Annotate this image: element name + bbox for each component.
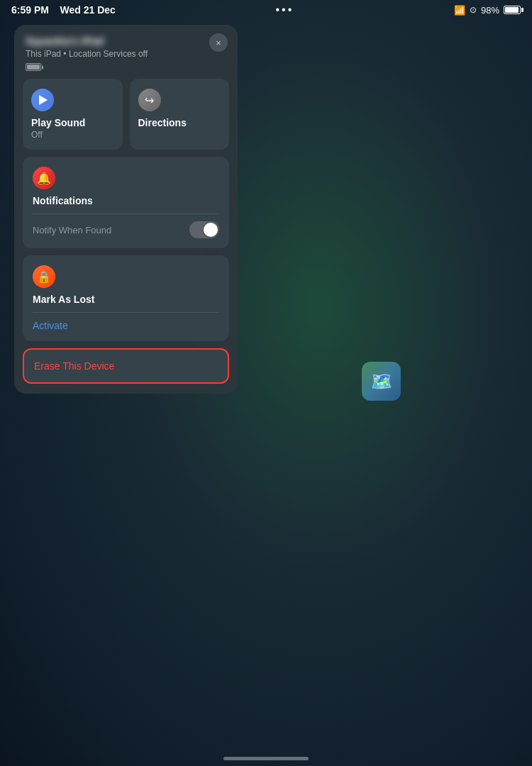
activate-button[interactable]: Activate [33, 320, 219, 331]
notifications-label: Notifications [33, 195, 219, 206]
play-sound-button[interactable]: Play Sound Off [23, 79, 123, 150]
play-triangle-icon [39, 95, 48, 105]
notify-when-found-label: Notify When Found [33, 225, 111, 235]
close-button[interactable]: × [209, 33, 228, 52]
floating-app-icon: 🗺️ [362, 362, 401, 401]
device-panel: Squasha's iPad This iPad • Location Serv… [14, 25, 238, 394]
floating-icon-inner: 🗺️ [362, 362, 401, 401]
status-bar: 6:59 PM Wed 21 Dec ••• 📶 ⊙ 98% [0, 0, 532, 20]
battery-small-icon [26, 63, 41, 71]
panel-header: Squasha's iPad This iPad • Location Serv… [14, 25, 238, 79]
lock-icon: 🔒 [33, 265, 55, 288]
action-row: Play Sound Off ↪ Directions [14, 79, 238, 157]
play-sound-icon [31, 89, 54, 111]
notify-when-found-row: Notify When Found [33, 221, 219, 238]
mark-as-lost-card: 🔒 Mark As Lost Activate [23, 255, 229, 341]
battery-icon [504, 6, 521, 14]
directions-label: Directions [138, 117, 221, 128]
wifi-icon: 📶 [454, 5, 465, 16]
erase-device-label: Erase This Device [34, 360, 114, 372]
status-right: 📶 ⊙ 98% [454, 5, 521, 16]
status-dots: ••• [275, 4, 294, 16]
battery-percent: 98% [481, 5, 499, 16]
home-indicator [223, 757, 309, 760]
toggle-knob [204, 223, 218, 237]
location-icon: ⊙ [470, 5, 477, 15]
device-subtitle: This iPad • Location Services off [26, 49, 226, 59]
section-divider-2 [33, 312, 219, 313]
floating-app-emoji: 🗺️ [371, 372, 392, 392]
directions-button[interactable]: ↪ Directions [130, 79, 230, 150]
notifications-card: 🔔 Notifications Notify When Found [23, 157, 229, 248]
notify-toggle[interactable] [189, 221, 219, 238]
play-sound-sublabel: Off [31, 130, 114, 140]
erase-device-card[interactable]: Erase This Device [23, 348, 229, 384]
mark-as-lost-label: Mark As Lost [33, 294, 219, 305]
notification-bell-icon: 🔔 [33, 167, 55, 189]
status-time: 6:59 PM Wed 21 Dec [11, 4, 116, 16]
play-sound-label: Play Sound [31, 117, 114, 128]
directions-icon: ↪ [138, 89, 161, 111]
section-divider [33, 213, 219, 214]
directions-arrow-icon: ↪ [145, 94, 154, 107]
device-name: Squasha's iPad [26, 35, 226, 47]
